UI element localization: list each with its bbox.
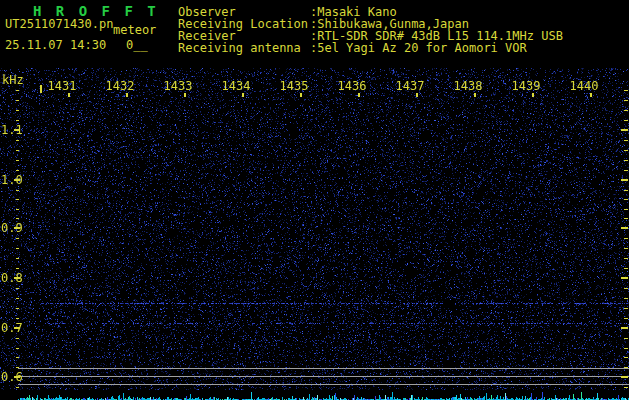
x-axis-tick — [68, 93, 70, 97]
y-axis-minor-tick-right — [624, 218, 628, 219]
x-tick-label: 1437 — [393, 80, 427, 92]
y-axis-minor-tick-right — [624, 170, 628, 171]
y-axis-major-tick — [14, 376, 20, 378]
y-axis-minor-tick — [16, 338, 19, 339]
y-axis-minor-tick-right — [624, 110, 628, 111]
y-axis-minor-tick-right — [624, 288, 628, 289]
y-axis-minor-tick — [16, 150, 19, 151]
x-tick-label: 1434 — [219, 80, 253, 92]
y-axis-minor-tick — [16, 367, 19, 368]
y-axis-minor-tick — [16, 209, 19, 210]
y-axis-minor-tick-right — [624, 248, 628, 249]
datetime-text: 25.11.07 14:30 — [5, 39, 106, 51]
x-axis-tick — [358, 93, 360, 97]
bottom-reference-line — [18, 376, 629, 377]
x-axis-tick — [416, 93, 418, 97]
y-axis-minor-tick-right — [624, 258, 628, 259]
field-value-antenna: :5el Yagi Az 20 for Aomori VOR — [310, 42, 527, 54]
y-axis-minor-tick-right — [624, 190, 628, 191]
y-axis-minor-tick — [16, 258, 19, 259]
field-label-antenna: Receiving antenna — [178, 42, 310, 54]
bottom-reference-line — [18, 368, 629, 369]
y-axis-minor-tick — [16, 268, 19, 269]
x-tick-label: 1438 — [451, 80, 485, 92]
y-axis-minor-tick-right — [624, 199, 628, 200]
y-axis-minor-tick — [16, 160, 19, 161]
y-axis-major-tick-right — [621, 227, 628, 229]
y-axis-minor-tick — [16, 248, 19, 249]
y-axis-minor-tick-right — [624, 238, 628, 239]
y-axis-minor-tick-right — [624, 120, 628, 121]
y-axis-minor-tick — [16, 318, 19, 319]
x-tick-label: 1440 — [567, 80, 601, 92]
y-axis-major-tick-right — [621, 277, 628, 279]
y-axis-minor-tick — [16, 140, 19, 141]
y-axis-minor-tick-right — [624, 348, 628, 349]
x-axis-tick — [474, 93, 476, 97]
y-axis-minor-tick-right — [624, 308, 628, 309]
y-axis-minor-tick — [16, 238, 19, 239]
y-axis-minor-tick-right — [624, 140, 628, 141]
x-tick-label: 1433 — [161, 80, 195, 92]
x-axis-tick — [532, 93, 534, 97]
level-meter-canvas — [0, 390, 629, 400]
x-tick-label: 1439 — [509, 80, 543, 92]
y-axis-minor-tick — [16, 298, 19, 299]
y-axis-minor-tick-right — [624, 150, 628, 151]
y-axis-major-tick — [14, 227, 20, 229]
y-axis-minor-tick — [16, 90, 19, 91]
y-axis-minor-tick — [16, 170, 19, 171]
hrofft-screen: H R O F F T UT2511071430.pn meteor 25.11… — [0, 0, 629, 400]
y-axis-minor-tick-right — [624, 209, 628, 210]
y-axis-unit: kHz — [2, 74, 24, 86]
y-axis-minor-tick-right — [624, 268, 628, 269]
y-axis-major-tick-right — [621, 129, 628, 131]
y-axis-major-tick — [14, 277, 20, 279]
x-axis-tick — [242, 93, 244, 97]
spectrogram-canvas — [0, 68, 629, 390]
y-axis-minor-tick — [16, 110, 19, 111]
counter-text: 0__ — [126, 39, 148, 51]
y-axis-minor-tick-right — [624, 160, 628, 161]
y-axis-minor-tick — [16, 120, 19, 121]
y-axis-major-tick-right — [621, 376, 628, 378]
x-axis-tick — [126, 93, 128, 97]
y-axis-minor-tick — [16, 288, 19, 289]
y-axis-minor-tick — [16, 218, 19, 219]
y-axis-major-tick — [14, 327, 20, 329]
y-axis-minor-tick-right — [624, 357, 628, 358]
y-axis-minor-tick — [16, 190, 19, 191]
output-filename: UT2511071430.pn — [5, 18, 113, 30]
y-axis-minor-tick-right — [624, 298, 628, 299]
y-axis-major-tick-right — [621, 179, 628, 181]
y-axis-major-tick — [14, 179, 20, 181]
y-axis-minor-tick — [16, 348, 19, 349]
y-axis-minor-tick — [16, 199, 19, 200]
y-axis-minor-tick — [16, 387, 19, 388]
y-axis-minor-tick-right — [624, 90, 628, 91]
x-axis-tick — [590, 93, 592, 97]
y-axis-minor-tick-right — [624, 387, 628, 388]
y-axis-minor-tick-right — [624, 100, 628, 101]
x-axis-tick — [184, 93, 186, 97]
y-axis-major-tick-right — [621, 327, 628, 329]
plot-origin-tick — [40, 85, 42, 93]
x-tick-label: 1435 — [277, 80, 311, 92]
y-axis-minor-tick — [16, 100, 19, 101]
y-axis-minor-tick — [16, 308, 19, 309]
y-axis-minor-tick-right — [624, 338, 628, 339]
y-axis-minor-tick — [16, 357, 19, 358]
overlay-word: meteor — [113, 24, 156, 36]
y-axis-major-tick — [14, 129, 20, 131]
bottom-reference-line — [18, 384, 629, 385]
x-tick-label: 1431 — [45, 80, 79, 92]
x-axis-tick — [300, 93, 302, 97]
x-tick-label: 1432 — [103, 80, 137, 92]
x-tick-label: 1436 — [335, 80, 369, 92]
y-axis-minor-tick-right — [624, 318, 628, 319]
y-axis-minor-tick-right — [624, 367, 628, 368]
